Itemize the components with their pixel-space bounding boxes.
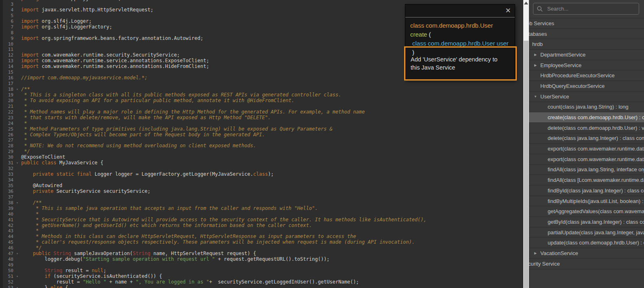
search-input-box[interactable] [533,3,639,15]
tree-method-item[interactable]: partialUpdate(class java.lang.Integer, j… [529,227,644,238]
code-line[interactable]: 52 result = "Hello " + name + ", You are… [3,279,523,285]
code-line[interactable]: 45 * caller's request/response objects r… [3,240,523,245]
code-line[interactable]: 26 * Complex Types/Objects will become p… [3,132,523,138]
scroll-up-icon[interactable] [524,2,528,4]
code-line[interactable]: 21 * [3,104,523,109]
code-text: private static final Logger logger = Log… [21,172,274,177]
code-text: logger.debug("Starting sample operation … [21,257,330,262]
tree-item[interactable]: HrdbQueryExecutorService [529,81,644,92]
tree-item[interactable]: ▶DepartmentService [529,50,644,60]
code-line[interactable]: 32 [3,166,523,172]
code-line[interactable]: 19 * This is a singleton class with all … [3,92,523,98]
code-line[interactable]: 20 * To avoid exposing an API for a part… [3,98,523,104]
code-line[interactable]: 22 * Method names will play a major role… [3,109,523,115]
tree-item[interactable]: Databases [529,29,644,39]
tree-item-label: findById(class java.lang.Integer) : clas… [548,188,644,194]
vertical-scrollbar[interactable] [523,0,529,288]
fold-gutter [13,81,21,87]
tree-method-item[interactable]: findAll(class [Lcom.wavemaker.runtime.da… [529,175,644,185]
tree-item[interactable]: Security Service [529,259,644,269]
code-line[interactable]: 28 * NOTE: We do not recommend using met… [3,143,523,149]
code-line[interactable]: 31▾public class MyJavaService { [3,160,523,166]
fold-arrow-icon[interactable]: ▾ [13,160,21,166]
tree-method-item[interactable]: export(class com.wavemaker.runtime.data.… [529,144,644,154]
code-line[interactable]: 42 * getUserName() and getUserId() etc w… [3,223,523,229]
tree-item[interactable]: HrdbProcedureExecutorService [529,70,644,81]
tree-method-item[interactable]: count(class java.lang.String) : long [529,102,644,113]
search-input[interactable] [546,5,635,12]
chevron-right-icon[interactable]: ▶ [533,63,538,67]
scrollbar-thumb[interactable] [524,41,529,288]
code-line[interactable]: 41 * SecurityService that is Autowired w… [3,217,523,223]
tree-method-item[interactable]: delete(class com.demoapp.hrdb.User) : vo… [529,123,644,133]
fold-arrow-icon[interactable]: ▾ [13,87,21,92]
fold-gutter [13,262,21,268]
fold-arrow-icon[interactable]: ▾ [13,274,21,279]
code-text: * [21,228,39,234]
code-line[interactable]: 34 [3,177,523,183]
code-line[interactable]: 51▾ if (securityService.isAuthenticated(… [3,274,523,279]
code-line[interactable]: 35 @Autowired [3,183,523,189]
search-icon [537,6,543,12]
tree-item-label: delete(class com.demoapp.hrdb.User) : vo… [548,125,644,131]
code-line[interactable]: 30@ExposeToClient [3,155,523,160]
code-line[interactable]: 44 * Methods in this class can declare H… [3,234,523,240]
fold-gutter [13,137,21,143]
code-line[interactable]: 48 logger.debug("Starting sample operati… [3,257,523,262]
code-line[interactable]: 33 private static final Logger logger = … [3,172,523,177]
code-line[interactable]: 25 * Method Parameters of type primitive… [3,127,523,132]
fold-arrow-icon[interactable]: ▾ [13,200,21,206]
code-text: * SecurityService that is Autowired will… [21,217,426,223]
tree-method-item[interactable]: export(class com.wavemaker.runtime.data.… [529,154,644,165]
tree-item[interactable]: hrdb [529,39,644,50]
tree-method-item[interactable]: delete(class java.lang.Integer) : class … [529,133,644,144]
chevron-right-icon[interactable]: ▶ [533,251,538,255]
code-line[interactable]: 50 String result = null; [3,268,523,274]
chevron-down-icon[interactable]: ▼ [533,95,538,98]
code-line[interactable]: 37 [3,194,523,200]
code-text: * [21,121,27,127]
code-line[interactable]: 29 */ [3,149,523,155]
tree-method-item[interactable]: update(class com.demoapp.hrdb.User) : cl… [529,238,644,248]
line-number: 25 [3,127,13,132]
fold-arrow-icon[interactable]: ▾ [13,251,21,257]
tree-item[interactable]: ▶VacationService [529,248,644,259]
code-line[interactable]: 18▾/** [3,87,523,92]
tree-item[interactable]: Web Services [529,18,644,29]
code-line[interactable]: 27 * [3,137,523,143]
tree-method-item[interactable]: findByMultipleIds(java.util.List, boolea… [529,196,644,207]
tree-method-item[interactable]: findAll(class java.lang.String, interfac… [529,165,644,175]
tooltip-popup: × class com.demoapp.hrdb.User create ( c… [405,4,515,80]
services-tree: Web ServicesDatabaseshrdb▶DepartmentServ… [529,18,644,269]
code-line[interactable]: 36 private SecurityService securityServi… [3,189,523,194]
code-line[interactable]: 40 * [3,212,523,217]
tree-item-label: DepartmentService [540,52,585,58]
fold-gutter [13,279,21,285]
code-line[interactable]: 38▾ /** [3,200,523,206]
chevron-right-icon[interactable]: ▶ [533,53,538,57]
line-number: 51 [3,274,13,279]
code-line[interactable]: 43 * [3,228,523,234]
fold-gutter [13,2,21,7]
tree-method-item[interactable]: findById(class java.lang.Integer) : clas… [529,185,644,196]
code-text: private SecurityService securityService; [21,189,150,194]
code-line[interactable]: 47▾ public String sampleJavaOperation(St… [3,251,523,257]
tree-item[interactable]: ▼UserService [529,92,644,102]
fold-arrow-icon[interactable]: ▾ [13,285,21,288]
tree-method-item[interactable]: create(class com.demoapp.hrdb.User) : cl… [529,112,644,123]
code-line[interactable]: 17 [3,81,523,87]
tree-method-item[interactable]: getById(class java.lang.Integer) : class… [529,217,644,227]
code-line[interactable]: 49 [3,262,523,268]
code-text: //import com.demoapp.myjavaservice.model… [21,75,148,81]
tree-method-item[interactable]: getAggregatedValues(class com.wavemaker.… [529,206,644,217]
line-number: 45 [3,240,13,245]
code-line[interactable]: 39 * This is sample java operation that … [3,206,523,212]
code-line[interactable]: 24 * [3,121,523,127]
code-line[interactable]: 23 * that starts with delete/remove, wil… [3,115,523,121]
close-icon[interactable]: × [505,5,511,16]
code-line[interactable]: 46 */ [3,245,523,251]
code-line[interactable]: 53▾ } else { [3,285,523,288]
tree-item[interactable]: ▶EmployeeService [529,60,644,71]
line-number: 26 [3,132,13,138]
line-number: 20 [3,98,13,104]
